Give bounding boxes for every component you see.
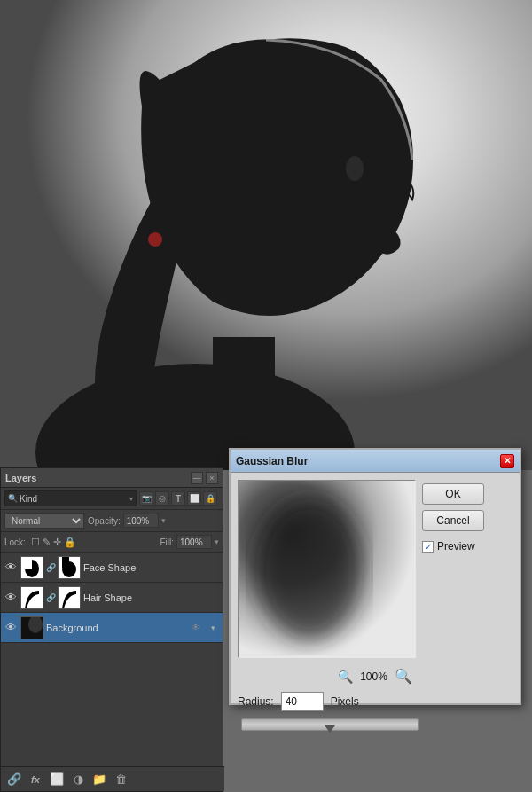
svg-rect-2 [213,337,275,452]
svg-point-16 [256,498,363,640]
blend-mode-row: Normal Opacity: ▾ [1,510,223,532]
add-layer-style-icon[interactable]: fx [27,771,44,788]
layers-filter-kind: Kind [20,494,37,504]
gaussian-blur-dialog: Gaussian Blur ✕ [229,448,521,705]
layers-panel-controls: — × [191,472,218,484]
layers-bottom-toolbar: 🔗 fx ⬜ ◑ 📁 🗑 [1,766,224,791]
zoom-row: 🔍 100% 🔍 [238,668,512,685]
layers-panel-header: Layers — × [1,468,223,488]
preview-label: Preview [437,540,475,553]
dialog-body: OK Cancel ✓ Preview [231,473,520,664]
zoom-in-icon[interactable]: 🔍 [395,668,412,685]
lock-label: Lock: [4,537,26,547]
radius-row: Radius: Pixels [238,692,512,711]
opacity-input[interactable] [123,514,159,528]
zoom-out-icon[interactable]: 🔍 [338,670,353,684]
opacity-row: Opacity: ▾ [88,514,166,528]
add-mask-icon[interactable]: ⬜ [48,771,66,788]
slider-row [238,718,512,731]
new-group-icon[interactable]: 📁 [90,771,108,788]
slider-thumb [325,725,335,733]
dialog-buttons: OK Cancel ✓ Preview [422,480,484,657]
layer-row-background[interactable]: 👁 Background 👁 ▾ [1,613,223,643]
radius-slider[interactable] [241,718,419,731]
layer-name-face-shape: Face Shape [83,562,220,573]
layer-type-pixel-icon[interactable]: 📷 [139,491,153,506]
pixels-label: Pixels [331,695,359,708]
layer-thumb-background [20,616,43,639]
preview-checkbox[interactable]: ✓ [422,541,434,553]
radius-label: Radius: [238,695,274,708]
lock-icons: ☐ ✎ ✛ 🔒 [31,537,76,548]
fill-input[interactable] [176,535,212,549]
layer-type-adjustment-icon[interactable]: ◎ [155,491,169,506]
opacity-dropdown[interactable]: ▾ [161,516,166,525]
blend-mode-select[interactable]: Normal [4,513,84,529]
layers-search-row: 🔍 Kind ▾ 📷 ◎ T ⬜ 🔒 [1,488,223,510]
opacity-label: Opacity: [88,516,121,526]
layer-thumb-hair-shape [20,586,43,609]
gaussian-blur-preview[interactable] [238,480,415,657]
new-adjustment-layer-icon[interactable]: ◑ [69,771,87,788]
lock-all-icon[interactable]: 🔒 [64,537,76,548]
layer-mask-face-shape [58,556,81,579]
svg-point-4 [346,156,364,181]
svg-rect-7 [25,557,32,569]
delete-layer-icon[interactable]: 🗑 [112,771,129,788]
eye-icon-hair-shape[interactable]: 👁 [4,591,18,605]
fill-label: Fill: [160,537,174,547]
lock-transparency-icon[interactable]: ☐ [31,537,40,548]
layers-panel-collapse-btn[interactable]: — [191,472,203,484]
svg-rect-10 [62,557,69,568]
layers-panel: Layers — × 🔍 Kind ▾ 📷 ◎ T ⬜ 🔒 Normal Opa… [0,467,223,792]
photo-silhouette [0,0,532,470]
lock-row: Lock: ☐ ✎ ✛ 🔒 Fill: ▾ [1,532,223,553]
photo-background [0,0,532,470]
layer-toolbar-icons: 📷 ◎ T ⬜ 🔒 [139,491,219,506]
layer-type-shape-icon[interactable]: ⬜ [187,491,201,506]
ok-button[interactable]: OK [422,483,484,505]
fill-dropdown[interactable]: ▾ [215,537,219,546]
background-extra-icon: 👁 [189,621,203,635]
layer-type-smart-icon[interactable]: 🔒 [203,491,217,506]
layer-row-hair-shape[interactable]: 👁 🔗 Hair Shape [1,583,223,613]
layers-panel-title: Layers [5,473,36,483]
layer-type-text-icon[interactable]: T [171,491,185,506]
link-layers-icon[interactable]: 🔗 [5,771,23,788]
radius-input[interactable] [281,692,324,711]
layers-filter-dropdown[interactable]: ▾ [129,495,133,503]
layer-mask-hair-shape [58,586,81,609]
layers-panel-close-btn[interactable]: × [206,472,218,484]
dialog-close-button[interactable]: ✕ [500,454,514,468]
dialog-titlebar: Gaussian Blur ✕ [231,450,520,473]
cancel-button[interactable]: Cancel [422,510,484,531]
eye-icon-face-shape[interactable]: 👁 [4,561,18,575]
chain-icon-face-shape[interactable]: 🔗 [46,563,55,572]
lock-paint-icon[interactable]: ✎ [43,537,51,548]
layers-filter-input[interactable]: 🔍 Kind ▾ [4,490,137,506]
dialog-bottom: 🔍 100% 🔍 Radius: Pixels [231,664,520,738]
layer-name-hair-shape: Hair Shape [83,592,220,603]
dialog-title: Gaussian Blur [236,455,308,467]
preview-check-row: ✓ Preview [422,540,484,553]
layer-row-face-shape[interactable]: 👁 🔗 Face Shape [1,553,223,583]
eye-icon-background[interactable]: 👁 [4,621,18,635]
chain-icon-hair-shape[interactable]: 🔗 [46,593,55,602]
svg-point-3 [148,232,162,247]
fill-row: Fill: ▾ [160,535,219,549]
layer-thumb-face-shape [20,556,43,579]
background-expand-icon[interactable]: ▾ [206,621,220,635]
lock-position-icon[interactable]: ✛ [53,537,61,548]
zoom-level: 100% [360,670,387,683]
layer-name-background: Background [46,623,186,633]
